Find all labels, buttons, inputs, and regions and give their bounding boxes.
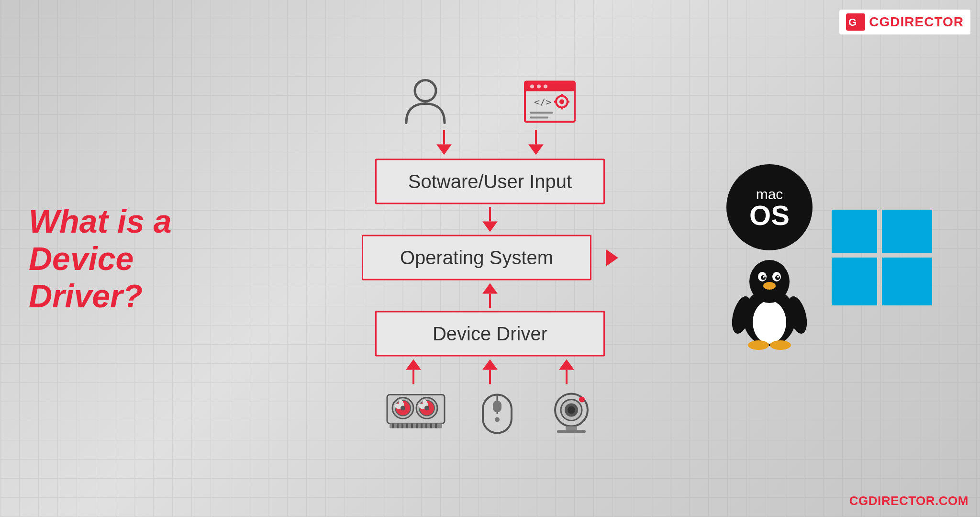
left-os-column: mac OS (726, 164, 813, 353)
svg-point-54 (749, 260, 790, 303)
cgd-logo-icon: G (846, 13, 865, 31)
code-window-icon: </> (523, 80, 576, 125)
dual-arrows-down (436, 130, 544, 155)
svg-point-61 (763, 282, 776, 290)
macos-badge: mac OS (726, 164, 813, 250)
svg-point-59 (763, 276, 765, 278)
windows-logo (832, 210, 932, 307)
main-content: What is a Device Driver? (0, 0, 980, 517)
os-row: Operating System (362, 235, 618, 281)
svg-text:G: G (848, 16, 857, 28)
svg-point-49 (579, 397, 585, 403)
svg-rect-39 (430, 424, 432, 428)
left-title-section: What is a Device Driver? (29, 202, 196, 315)
linux-tux-icon (731, 255, 808, 353)
person-icon (404, 78, 447, 125)
cgdirector-logo: G CGDIRECTOR (839, 10, 970, 34)
three-arrows-up (375, 360, 605, 384)
top-icons-row: </> (404, 78, 576, 125)
svg-rect-50 (566, 427, 577, 430)
svg-text:</>: </> (534, 96, 551, 108)
svg-rect-38 (425, 424, 427, 428)
arrow-driver-to-os (482, 283, 498, 308)
svg-point-3 (530, 85, 534, 89)
cgdirector-logo-area: G CGDIRECTOR (839, 10, 970, 34)
svg-point-8 (559, 100, 564, 104)
svg-rect-43 (493, 401, 501, 413)
hardware-icons (385, 390, 595, 440)
svg-point-62 (748, 340, 769, 350)
svg-point-60 (777, 276, 779, 278)
os-box: Operating System (362, 235, 591, 281)
svg-rect-37 (421, 424, 423, 428)
svg-rect-31 (392, 424, 394, 428)
svg-rect-33 (401, 424, 403, 428)
svg-rect-32 (397, 424, 399, 428)
svg-rect-35 (411, 424, 413, 428)
svg-point-0 (415, 80, 436, 101)
arrow-mouse-up (482, 360, 498, 384)
svg-point-4 (537, 85, 541, 89)
center-diagram: </> (346, 78, 634, 440)
software-box: Sotware/User Input (375, 159, 605, 204)
svg-point-63 (770, 340, 791, 350)
svg-rect-34 (406, 424, 408, 428)
arrow-webcam-up (559, 360, 574, 384)
svg-point-29 (424, 406, 429, 411)
cgdirector-brand-text: CGDIRECTOR (869, 14, 964, 30)
arrow-person-down (436, 130, 452, 155)
gpu-icon (385, 390, 447, 435)
os-logos-section: mac OS (726, 164, 932, 353)
webcam-icon (547, 390, 595, 440)
svg-point-48 (568, 406, 575, 414)
svg-rect-69 (882, 258, 932, 305)
svg-rect-66 (832, 210, 877, 253)
svg-rect-36 (416, 424, 418, 428)
os-logos-row: mac OS (726, 164, 932, 353)
main-title: What is a Device Driver? (29, 202, 196, 315)
driver-box: Device Driver (375, 311, 605, 357)
arrow-gpu-up (406, 360, 421, 384)
mouse-icon (476, 390, 519, 440)
arrow-code-down (528, 130, 544, 155)
arrow-to-os-logos (606, 249, 618, 266)
svg-point-22 (401, 406, 405, 411)
svg-rect-67 (882, 210, 932, 253)
svg-point-5 (544, 85, 547, 89)
website-url: CGDIRECTOR.COM (849, 494, 969, 508)
svg-rect-68 (832, 258, 877, 305)
svg-point-44 (495, 417, 500, 422)
svg-rect-51 (557, 430, 586, 433)
arrow-software-to-os (482, 207, 498, 232)
svg-point-53 (753, 301, 786, 344)
svg-rect-40 (435, 424, 437, 428)
